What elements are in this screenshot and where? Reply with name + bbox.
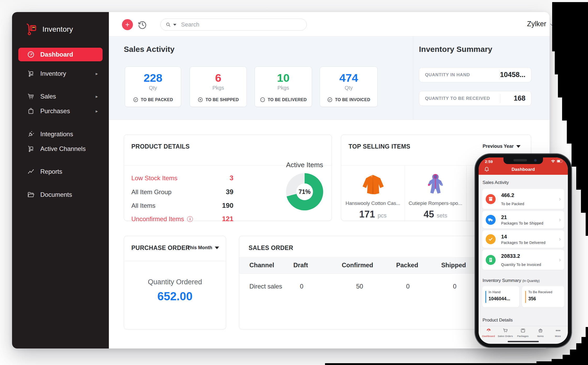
inventory-logo-icon	[25, 23, 38, 36]
dashboard-icon	[27, 51, 35, 58]
quantity-ordered-metric: Quantity Ordered 652.00	[124, 278, 226, 303]
sidebar-item-label: Dashboard	[40, 51, 73, 58]
to-be-packed-card[interactable]: 228 Qty TO BE PACKED	[125, 67, 181, 107]
global-search[interactable]	[160, 19, 307, 31]
screenshot-canvas: Inventory Dashboard Inventory ▸	[0, 0, 588, 365]
sidebar: Inventory Dashboard Inventory ▸	[12, 12, 109, 348]
phone-to-be-delivered-card[interactable]: 14 Packages To be Delivered ›	[482, 230, 564, 248]
more-dots-icon	[555, 328, 561, 333]
phone-tab-dashboard[interactable]: Dashboard	[480, 328, 497, 337]
metric-label: TO BE INVOICED	[335, 97, 370, 102]
phone-metric-value: 14	[501, 234, 507, 240]
app-logo[interactable]: Inventory	[25, 23, 73, 36]
sidebar-item-sales[interactable]: Sales ▸	[18, 90, 103, 103]
caret-down-icon	[516, 145, 520, 148]
row-label[interactable]: Unconfirmed Items	[131, 215, 184, 223]
col-channel: Channel	[249, 262, 274, 269]
mobile-app-mockup: 2:59 Dashboard Sales Activity 466.2 To b…	[475, 154, 571, 347]
product-details-card: PRODUCT DETAILS Low Stock Items 3 All It…	[124, 134, 332, 221]
product-image-cardigan	[341, 171, 405, 197]
phone-metric-label: Packages To be Delivered	[501, 241, 546, 245]
unconfirmed-items-row[interactable]: Unconfirmed Items i 121	[131, 215, 233, 223]
active-items-donut: 71%	[286, 173, 323, 210]
check-circle-icon	[486, 234, 496, 244]
row-label[interactable]: All Items	[131, 202, 155, 209]
phone-tab-bar: Dashboard Sales Orders Packages Items Mo…	[479, 326, 568, 340]
sidebar-item-purchases[interactable]: Purchases ▸	[18, 105, 103, 117]
summary-value: 1046044...	[489, 296, 510, 302]
phone-sales-activity-title: Sales Activity	[483, 180, 509, 185]
sidebar-item-label: Reports	[40, 168, 62, 175]
all-item-group-row[interactable]: All Item Group 39	[131, 188, 233, 196]
metric-label: TO BE DELIVERED	[268, 97, 307, 102]
product-unit: sets	[437, 212, 447, 219]
search-input[interactable]	[181, 21, 302, 28]
phone-product-details-title: Product Details	[483, 318, 513, 323]
cell-packed: 0	[406, 283, 410, 290]
phone-to-be-packed-card[interactable]: 466.2 To be Packed ›	[482, 189, 564, 209]
metric-value: 474	[320, 72, 377, 84]
sales-activity-title: Sales Activity	[124, 45, 175, 54]
metric-value: 6	[190, 72, 247, 84]
quick-create-button[interactable]: +	[122, 19, 133, 30]
row-label[interactable]: Low Stock Items	[131, 175, 177, 182]
low-stock-items-row[interactable]: Low Stock Items 3	[131, 174, 233, 182]
quantity-in-hand-row[interactable]: QUANTITY IN HAND 10458...	[419, 67, 531, 82]
sidebar-item-documents[interactable]: Documents	[18, 188, 103, 201]
summary-value: 356	[528, 296, 536, 302]
phone-to-be-shipped-card[interactable]: 21 Packages To be Shipped ›	[482, 211, 564, 228]
search-scope-caret-icon[interactable]	[173, 24, 176, 26]
period-dropdown[interactable]: Previous Year	[483, 144, 520, 149]
to-be-shipped-card[interactable]: 6 Pkgs TO BE SHIPPED	[190, 67, 247, 107]
sidebar-item-integrations[interactable]: Integrations	[18, 128, 103, 140]
reports-chart-icon	[27, 168, 35, 175]
cell-channel: Direct sales	[249, 283, 282, 290]
chevron-right-icon: ▸	[96, 108, 98, 114]
product-qty: 45	[424, 209, 434, 220]
phone-to-be-received-card[interactable]: To Be Received 356	[522, 286, 564, 307]
phone-tab-more[interactable]: More	[550, 328, 566, 337]
chevron-right-icon: ›	[559, 196, 561, 203]
sidebar-item-label: Inventory	[40, 70, 66, 77]
chart-label: Active Items	[265, 161, 344, 169]
chevron-right-icon: ›	[559, 257, 561, 263]
phone-in-hand-card[interactable]: In Hand 1046044...	[482, 286, 519, 307]
card-title: PURCHASE ORDER	[131, 244, 190, 252]
phone-tab-packages[interactable]: Packages	[514, 328, 531, 337]
to-be-delivered-card[interactable]: 10 Pkgs TO BE DELIVERED	[255, 67, 312, 107]
summary-label: In Hand	[489, 290, 501, 294]
sidebar-item-active-channels[interactable]: Active Channels	[18, 143, 103, 155]
divider	[124, 261, 226, 261]
notifications-bell-icon[interactable]	[573, 19, 583, 29]
period-dropdown[interactable]: This Month	[187, 245, 219, 250]
phone-metric-label: Packages To be Shipped	[501, 221, 543, 225]
summary-label: To Be Received	[528, 290, 552, 294]
wifi-icon	[551, 160, 555, 163]
top-item-1[interactable]: Hanswooly Cotton Cas... 171 pcs	[341, 165, 405, 221]
chevron-down-icon	[550, 22, 555, 27]
metric-unit: Qty	[320, 85, 377, 91]
phone-tab-sales-orders[interactable]: Sales Orders	[497, 328, 514, 337]
phone-to-be-invoiced-card[interactable]: 20833.2 Quantity To be Invoiced ›	[482, 250, 564, 270]
org-switcher[interactable]: Zylker	[527, 20, 555, 28]
quantity-to-be-received-row[interactable]: QUANTITY TO BE RECEIVED 168	[419, 91, 531, 106]
phone-metric-value: 21	[501, 214, 507, 220]
home-indicator[interactable]	[508, 341, 539, 342]
sidebar-item-inventory[interactable]: Inventory ▸	[18, 67, 103, 80]
product-unit: pcs	[378, 212, 387, 219]
chevron-right-icon: ▸	[96, 94, 98, 99]
row-value: 10458...	[500, 71, 525, 79]
row-label[interactable]: All Item Group	[131, 188, 171, 196]
sidebar-item-dashboard[interactable]: Dashboard	[18, 48, 103, 61]
sidebar-item-reports[interactable]: Reports	[18, 165, 103, 178]
to-be-invoiced-card[interactable]: 474 Qty TO BE INVOICED	[320, 67, 378, 107]
phone-clock: 2:59	[485, 159, 493, 164]
top-item-2[interactable]: Cutiepie Rompers-spo... 45 sets	[405, 165, 466, 221]
recent-history-icon[interactable]	[137, 19, 148, 30]
phone-tab-items[interactable]: Items	[532, 328, 549, 337]
all-items-row[interactable]: All Items 190	[131, 201, 233, 210]
shopping-bag-icon	[27, 107, 35, 115]
info-icon[interactable]: i	[187, 216, 193, 222]
chevron-right-icon: ›	[559, 236, 561, 243]
row-value: 39	[226, 188, 233, 196]
